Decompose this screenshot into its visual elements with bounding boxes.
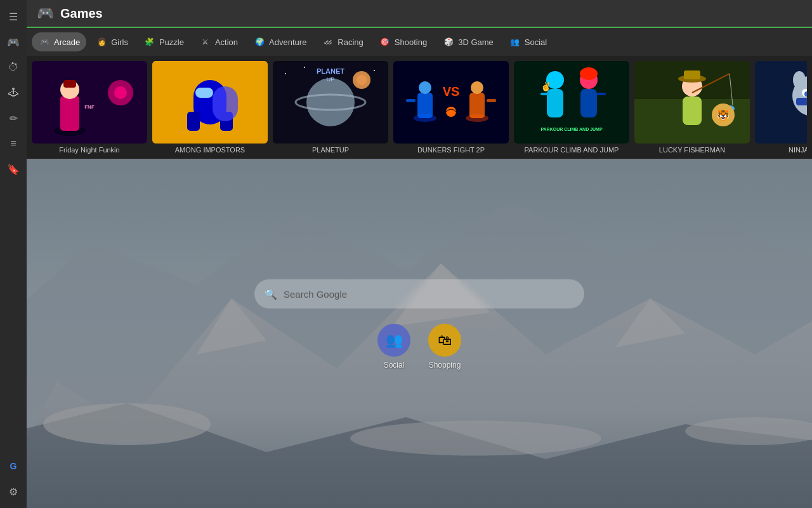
svg-rect-29: [417, 93, 433, 118]
svg-point-36: [446, 107, 456, 117]
app-icon: 🎮: [37, 5, 54, 22]
svg-point-18: [374, 70, 375, 71]
game-thumb-fisherman: 🐯: [634, 61, 750, 144]
tab-social[interactable]: 👥 Social: [502, 32, 553, 51]
svg-rect-33: [469, 93, 485, 118]
game-title-fnf: Friday Night Funkin: [32, 146, 147, 154]
svg-rect-51: [684, 70, 700, 79]
arcade-label: Arcade: [54, 37, 80, 47]
games-row: FNF Friday Night Funkin: [32, 61, 807, 156]
svg-point-34: [471, 81, 483, 94]
social-quicklink-label: Social: [384, 361, 405, 370]
racing-icon: 🏎: [322, 36, 334, 48]
game-card-parkour[interactable]: ✌ PARKOUR CLIMB AND JUMP PARKOUR CLIMB A…: [514, 61, 629, 154]
social-tab-label: Social: [525, 37, 547, 47]
game-title-planet: PLANETUP: [273, 146, 388, 154]
tab-3dgame[interactable]: 🎲 3D Game: [436, 32, 500, 51]
action-label: Action: [215, 37, 238, 47]
search-bar[interactable]: 🔍 Search Google: [254, 279, 584, 309]
tab-adventure[interactable]: 🌍 Adventure: [247, 32, 313, 51]
3dgame-label: 3D Game: [458, 37, 494, 47]
tab-racing[interactable]: 🏎 Racing: [315, 32, 369, 51]
among-art: [152, 61, 268, 144]
game-card-planet[interactable]: PLANET UP PLANETUP: [273, 61, 388, 154]
search-icon: 🔍: [265, 288, 277, 300]
svg-rect-0: [32, 61, 147, 144]
quicklink-social[interactable]: 👥 Social: [377, 324, 410, 370]
quick-links: 👥 Social 🛍 Shopping: [377, 324, 461, 370]
girls-label: Girls: [111, 37, 128, 47]
game-card-dunkers[interactable]: VS: [393, 61, 509, 154]
tab-arcade[interactable]: 🎮 Arcade: [32, 32, 86, 51]
bookmark-icon[interactable]: 🔖: [2, 157, 25, 180]
svg-rect-31: [406, 99, 416, 102]
settings-icon[interactable]: ⚙: [2, 480, 25, 503]
game-title-fisherman: LUCKY FISHERMAN: [634, 146, 750, 154]
svg-point-15: [285, 73, 286, 74]
controller-icon[interactable]: 🕹: [2, 81, 25, 104]
svg-rect-43: [580, 89, 597, 117]
shopping-quicklink-label: Shopping: [429, 361, 461, 370]
game-title-dunkers: DUNKERS FIGHT 2P: [393, 146, 509, 154]
planet-art: PLANET UP: [273, 61, 388, 144]
dunkers-art: VS: [393, 61, 509, 144]
main-panel: 🎮 Games 🎮 Arcade 👩 Girls 🧩 Puzzle ⚔ Acti…: [27, 0, 812, 508]
adventure-label: Adventure: [269, 37, 306, 47]
tab-action[interactable]: ⚔ Action: [193, 32, 244, 51]
search-container: 🔍 Search Google 👥 Social 🛍 Shopping: [254, 279, 584, 370]
racing-label: Racing: [337, 37, 363, 47]
svg-rect-44: [597, 93, 606, 95]
fnf-art: FNF: [32, 61, 147, 144]
game-thumb-dunkers: VS: [393, 61, 509, 144]
game-title-parkour: PARKOUR CLIMB AND JUMP: [514, 146, 629, 154]
adventure-icon: 🌍: [253, 36, 266, 48]
gamepad-icon[interactable]: 🎮: [2, 30, 25, 53]
svg-point-20: [306, 78, 355, 126]
girls-icon: 👩: [95, 36, 108, 48]
game-thumb-planet: PLANET UP: [273, 61, 388, 144]
ninja-art: 2: [755, 61, 807, 144]
google-icon[interactable]: G: [2, 455, 25, 478]
game-card-fisherman[interactable]: 🐯 LUCKY FISHERMAN: [634, 61, 750, 154]
svg-text:FNF: FNF: [84, 104, 95, 110]
game-thumb-ninja: 2: [755, 61, 807, 144]
svg-rect-39: [547, 89, 563, 117]
game-card-ninja[interactable]: 2 NINJA DOGS 2: [755, 61, 807, 154]
game-card-fnf[interactable]: FNF Friday Night Funkin: [32, 61, 147, 154]
svg-rect-35: [487, 99, 496, 102]
svg-text:UP: UP: [327, 76, 335, 83]
social-quicklink-icon: 👥: [377, 324, 410, 357]
game-thumb-among: [152, 61, 268, 144]
puzzle-label: Puzzle: [159, 37, 184, 47]
svg-point-16: [304, 67, 305, 68]
svg-rect-64: [796, 98, 807, 105]
svg-rect-4: [63, 80, 76, 88]
app-title: Games: [60, 6, 103, 21]
tab-shooting[interactable]: 🎯 Shooting: [372, 32, 433, 51]
svg-text:🐯: 🐯: [717, 109, 730, 121]
svg-text:PARKOUR CLIMB AND JUMP: PARKOUR CLIMB AND JUMP: [540, 127, 603, 131]
history-icon[interactable]: ⏱: [2, 56, 25, 79]
svg-rect-10: [195, 88, 213, 98]
list-icon[interactable]: ≡: [2, 132, 25, 155]
parkour-art: ✌ PARKOUR CLIMB AND JUMP: [514, 61, 629, 144]
tab-puzzle[interactable]: 🧩 Puzzle: [137, 32, 190, 51]
svg-point-67: [793, 71, 806, 89]
game-title-among: AMONG IMPOSTORS: [152, 146, 268, 154]
svg-point-23: [357, 75, 367, 85]
quicklink-shopping[interactable]: 🛍 Shopping: [428, 324, 461, 370]
edit-icon[interactable]: ✏: [2, 107, 25, 130]
svg-rect-52: [683, 97, 702, 125]
shooting-label: Shooting: [395, 37, 427, 47]
svg-point-45: [580, 67, 598, 80]
shooting-icon: 🎯: [379, 36, 391, 48]
browser-area: 🔍 Search Google 👥 Social 🛍 Shopping: [27, 159, 812, 508]
tab-girls[interactable]: 👩 Girls: [89, 32, 134, 51]
menu-icon[interactable]: ☰: [2, 5, 25, 28]
svg-rect-13: [213, 86, 238, 121]
game-title-ninja: NINJA DOGS 2: [755, 146, 807, 154]
game-card-among[interactable]: AMONG IMPOSTORS: [152, 61, 268, 154]
search-placeholder: Search Google: [284, 288, 574, 299]
games-strip: FNF Friday Night Funkin: [27, 56, 812, 159]
puzzle-icon: 🧩: [143, 36, 156, 48]
